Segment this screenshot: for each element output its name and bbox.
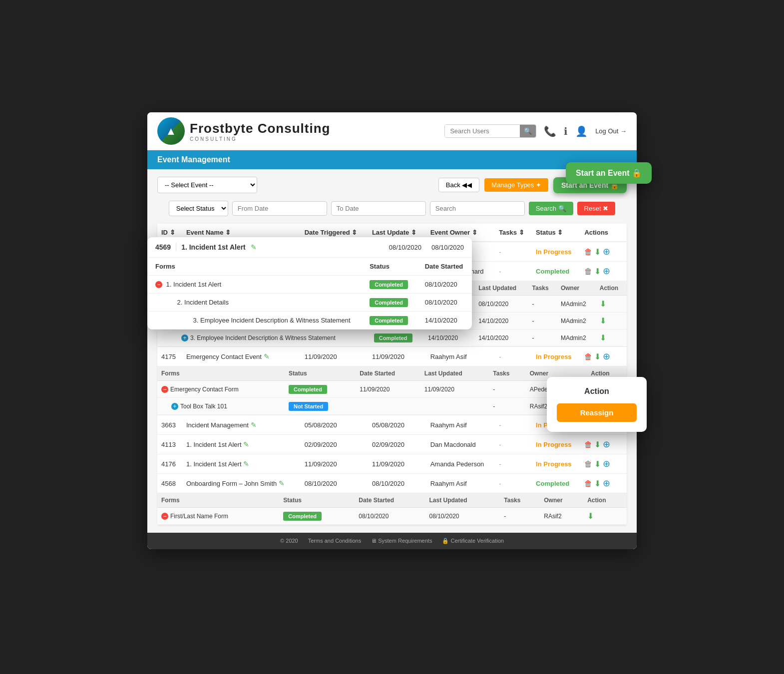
popup-form-status-cell: Completed <box>362 276 417 294</box>
sub-col-forms: Forms <box>157 493 279 508</box>
table-col-7: Actions <box>580 224 618 242</box>
phone-icon[interactable]: 📞 <box>544 125 556 137</box>
cell-extra <box>618 474 627 493</box>
logo-text: Frostbyte Consulting CONSULTING <box>190 121 330 142</box>
forms-sub-cell: Forms Status Date Started Last Updated T… <box>157 493 627 525</box>
cell-status: Completed <box>532 262 580 281</box>
download-button[interactable]: ⬇ <box>594 352 601 361</box>
form-tasks-cell: - <box>528 330 557 346</box>
download-button[interactable]: ⬇ <box>594 247 601 257</box>
cell-status: In Progress <box>532 347 580 366</box>
popup-form-badge: Completed <box>370 298 408 307</box>
expand-button[interactable]: ⊕ <box>603 458 610 469</box>
popup-form-date-cell: 08/10/2020 <box>417 276 472 294</box>
cell-actions: 🗑 ⬇ ⊕ <box>580 262 618 281</box>
form-status-badge: Completed <box>374 334 412 342</box>
form-tasks-cell: - <box>489 381 525 398</box>
popup-form-badge: Completed <box>370 316 408 325</box>
to-date-input[interactable] <box>331 201 426 216</box>
form-row: +3. Employee Incident Description & Witn… <box>157 330 627 346</box>
row-edit-icon[interactable]: ✎ <box>279 479 285 487</box>
form-download-button[interactable]: ⬇ <box>600 333 606 342</box>
expand-button[interactable]: ⊕ <box>603 246 610 257</box>
start-event-float-label: Start an Event 🔒 <box>576 168 642 178</box>
expand-button[interactable]: ⊕ <box>603 439 610 450</box>
status-filter-dropdown[interactable]: Select Status <box>169 201 228 216</box>
delete-button[interactable]: 🗑 <box>584 352 592 361</box>
form-download-button[interactable]: ⬇ <box>600 299 606 309</box>
footer-system-req[interactable]: 🖥 System Requirements <box>371 538 432 544</box>
cell-name: Onboarding Form – John Smith ✎ <box>182 474 301 493</box>
cell-extra <box>618 454 627 474</box>
form-minus-icon[interactable]: − <box>161 513 168 520</box>
download-button[interactable]: ⬇ <box>594 267 601 276</box>
download-button[interactable]: ⬇ <box>594 459 601 469</box>
delete-button[interactable]: 🗑 <box>584 479 592 488</box>
form-download-button[interactable]: ⬇ <box>600 316 606 326</box>
sub-col-status: Status <box>279 493 355 508</box>
info-icon[interactable]: ℹ <box>564 125 568 137</box>
reassign-popup-title: Action <box>584 387 609 396</box>
search-users-input[interactable] <box>445 125 520 137</box>
cell-owner: Amanda Pederson <box>426 454 495 474</box>
popup-minus-icon[interactable]: − <box>155 281 162 288</box>
start-event-float-button[interactable]: Start an Event 🔒 <box>566 162 652 184</box>
row-edit-icon[interactable]: ✎ <box>264 352 270 360</box>
logout-button[interactable]: Log Out → <box>595 127 627 135</box>
cell-id: 4175 <box>157 347 182 366</box>
footer-cert[interactable]: 🔒 Certificate Verification <box>442 538 503 544</box>
popup-col-forms: Forms <box>147 258 362 276</box>
cell-extra <box>618 435 627 454</box>
from-date-input[interactable] <box>232 201 327 216</box>
form-action-cell: ⬇ <box>596 313 627 330</box>
row-edit-icon[interactable]: ✎ <box>243 440 249 448</box>
footer-terms[interactable]: Terms and Conditions <box>308 538 361 544</box>
search-filter-input[interactable] <box>430 201 525 216</box>
cell-date-triggered: 05/08/2020 <box>301 415 368 435</box>
select-event-dropdown[interactable]: -- Select Event -- <box>157 177 257 193</box>
form-status-badge: Completed <box>283 512 322 521</box>
manage-types-button[interactable]: Manage Types ✦ <box>484 178 548 192</box>
search-users-field[interactable]: 🔍 <box>444 124 536 138</box>
popup-form-row: 3. Employee Incident Description & Witne… <box>147 312 472 330</box>
form-minus-icon[interactable]: − <box>161 386 168 393</box>
form-download-button[interactable]: ⬇ <box>587 511 594 521</box>
search-filter-button[interactable]: Search 🔍 <box>529 202 573 215</box>
reassign-button[interactable]: Reassign <box>557 403 637 422</box>
cell-actions: 🗑 ⬇ ⊕ <box>580 435 618 454</box>
cell-owner: Raahym Asif <box>426 415 495 435</box>
sub-col-last-updated: Last Updated <box>474 281 528 296</box>
row-edit-icon[interactable]: ✎ <box>251 421 257 429</box>
form-owner-cell: MAdmin2 <box>557 313 596 330</box>
delete-button[interactable]: 🗑 <box>584 460 592 469</box>
download-button[interactable]: ⬇ <box>594 440 601 449</box>
form-row: −First/Last Name Form Completed 08/10/20… <box>157 508 627 525</box>
expand-button[interactable]: ⊕ <box>603 478 610 489</box>
form-date-started-cell: 14/10/2020 <box>424 330 474 346</box>
delete-button[interactable]: 🗑 <box>584 267 592 276</box>
download-button[interactable]: ⬇ <box>594 479 601 488</box>
row-edit-icon[interactable]: ✎ <box>243 460 249 468</box>
cell-owner: Raahym Asif <box>426 347 495 366</box>
app-title: Frostbyte Consulting <box>190 121 330 136</box>
expand-button[interactable]: ⊕ <box>603 351 610 362</box>
reset-button[interactable]: Reset ✖ <box>577 202 616 215</box>
expand-button[interactable]: ⊕ <box>603 266 610 277</box>
form-plus-icon[interactable]: + <box>171 403 178 410</box>
delete-button[interactable]: 🗑 <box>584 248 592 257</box>
cell-actions: 🗑 ⬇ ⊕ <box>580 454 618 474</box>
user-icon[interactable]: 👤 <box>575 125 588 137</box>
popup-edit-icon[interactable]: ✎ <box>251 243 257 251</box>
table-row: 4568 Onboarding Form – John Smith ✎ 08/1… <box>157 474 627 493</box>
cell-date-triggered: 11/09/2020 <box>301 347 368 366</box>
back-button[interactable]: Back ◀◀ <box>438 178 480 192</box>
filter-row: Select Status Search 🔍 Reset ✖ <box>157 201 627 216</box>
form-plus-icon[interactable]: + <box>181 335 188 341</box>
form-date-started-cell: 08/10/2020 <box>355 508 425 525</box>
search-users-button[interactable]: 🔍 <box>520 125 536 137</box>
app-subtitle: CONSULTING <box>190 136 330 142</box>
cell-id: 4568 <box>157 474 182 493</box>
delete-button[interactable]: 🗑 <box>584 440 592 449</box>
cell-status: In Progress <box>532 435 580 454</box>
cell-name: 1. Incident 1st Alert ✎ <box>182 435 301 454</box>
